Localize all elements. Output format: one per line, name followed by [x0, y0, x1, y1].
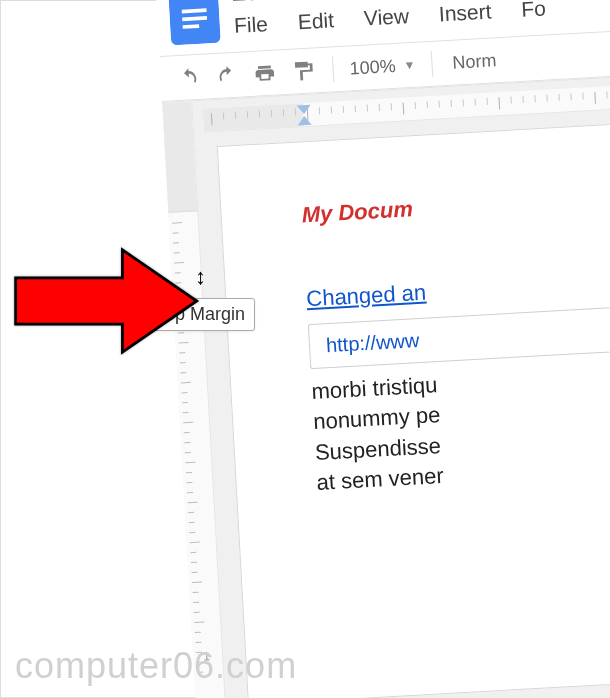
hyperlink-text[interactable]: Changed an: [306, 260, 610, 313]
document-heading[interactable]: My Docum: [301, 176, 610, 229]
google-docs-window: Latin Homework ☆ File Edit View Insert F…: [155, 0, 610, 698]
document-page[interactable]: My Docum Changed an http://www morbi tri…: [217, 115, 610, 698]
link-url-box[interactable]: http://www: [308, 303, 610, 369]
body-text[interactable]: morbi tristiqu nonummy pe Suspendisse at…: [311, 350, 610, 498]
workspace: 1 My Docum Changed an http://www morbi t…: [162, 66, 610, 698]
left-indent-marker[interactable]: [297, 116, 311, 126]
menu-bar: File Edit View Insert Fo: [231, 0, 546, 38]
zoom-dropdown[interactable]: 100% ▼: [349, 54, 416, 79]
print-button[interactable]: [250, 58, 280, 88]
docs-logo-icon[interactable]: [167, 0, 221, 49]
toolbar-separator: [431, 51, 433, 77]
zoom-value: 100%: [349, 55, 396, 79]
vertical-ruler-margin[interactable]: [162, 101, 197, 212]
paragraph-style-dropdown[interactable]: Norm: [452, 50, 497, 73]
menu-format[interactable]: Fo: [521, 0, 547, 22]
redo-button[interactable]: [212, 61, 242, 91]
menu-file[interactable]: File: [233, 12, 268, 38]
watermark-text: computer06.com: [15, 645, 297, 687]
paint-format-button[interactable]: [288, 56, 318, 86]
caret-down-icon: ▼: [403, 58, 416, 73]
menu-edit[interactable]: Edit: [297, 8, 334, 34]
toolbar-separator: [332, 56, 334, 82]
horizontal-ruler-margin[interactable]: [203, 103, 304, 132]
menu-insert[interactable]: Insert: [438, 0, 492, 26]
link-url-text: http://www: [325, 329, 419, 356]
style-value: Norm: [452, 50, 497, 72]
resize-vertical-cursor-icon: ↕: [195, 264, 206, 290]
menu-view[interactable]: View: [363, 4, 409, 30]
top-margin-tooltip: Top Margin: [146, 298, 255, 331]
undo-button[interactable]: [174, 63, 204, 93]
first-line-indent-marker[interactable]: [297, 105, 311, 115]
document-area: My Docum Changed an http://www morbi tri…: [192, 67, 610, 698]
